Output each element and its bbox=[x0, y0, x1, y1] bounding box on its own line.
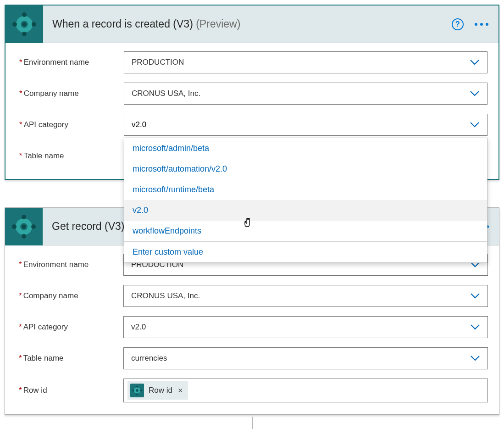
rowid-label: Row id bbox=[19, 386, 123, 395]
env-label: Environment name bbox=[19, 58, 124, 67]
chevron-down-icon bbox=[470, 59, 480, 66]
svg-point-17 bbox=[140, 390, 142, 391]
svg-point-7 bbox=[22, 224, 26, 229]
api-value: v2.0 bbox=[131, 323, 146, 332]
flow-connector-line bbox=[252, 417, 253, 429]
table-select[interactable]: currencies bbox=[123, 347, 488, 369]
env-value: PRODUCTION bbox=[132, 58, 184, 67]
company-value: CRONUS USA, Inc. bbox=[131, 291, 200, 301]
dropdown-option[interactable]: v2.0 bbox=[124, 200, 487, 221]
help-icon[interactable]: ? bbox=[452, 18, 464, 30]
chevron-down-icon bbox=[470, 90, 480, 97]
svg-point-16 bbox=[133, 390, 134, 391]
table-label: Table name bbox=[19, 151, 124, 161]
svg-point-13 bbox=[136, 390, 138, 391]
dynamic-token[interactable]: Row id × bbox=[127, 381, 188, 400]
trigger-preview-tag: (Preview) bbox=[196, 18, 240, 30]
chevron-down-icon bbox=[470, 122, 480, 128]
connector-icon bbox=[5, 208, 43, 245]
company-label: Company name bbox=[19, 291, 123, 301]
env-label: Environment name bbox=[19, 260, 123, 269]
api-label: API category bbox=[19, 323, 123, 332]
dropdown-option[interactable]: workflowEndpoints bbox=[124, 221, 487, 241]
chevron-down-icon bbox=[470, 355, 480, 362]
env-select[interactable]: PRODUCTION bbox=[124, 51, 487, 73]
connector-icon bbox=[6, 6, 43, 43]
svg-point-9 bbox=[22, 234, 26, 239]
svg-point-8 bbox=[22, 215, 26, 219]
trigger-title: When a record is created (V3) (Preview) bbox=[52, 18, 443, 30]
action-body: Environment name PRODUCTION Company name… bbox=[5, 245, 499, 414]
svg-point-2 bbox=[22, 12, 27, 17]
api-select[interactable]: v2.0 bbox=[123, 316, 488, 338]
token-label: Row id bbox=[149, 386, 172, 395]
svg-point-3 bbox=[22, 32, 27, 36]
svg-point-14 bbox=[136, 386, 138, 388]
svg-point-1 bbox=[22, 22, 27, 27]
trigger-title-text: When a record is created (V3) bbox=[52, 18, 193, 30]
svg-point-4 bbox=[12, 22, 17, 27]
svg-point-11 bbox=[31, 224, 36, 229]
api-category-select[interactable] bbox=[124, 114, 487, 136]
api-category-input[interactable] bbox=[132, 120, 470, 129]
dropdown-option[interactable]: microsoft/runtime/beta bbox=[124, 179, 487, 200]
dropdown-option[interactable]: microsoft/admin/beta bbox=[124, 138, 487, 159]
company-select[interactable]: CRONUS USA, Inc. bbox=[124, 83, 487, 105]
svg-point-15 bbox=[136, 393, 138, 395]
trigger-body: Environment name PRODUCTION Company name… bbox=[6, 43, 498, 179]
token-remove-icon[interactable]: × bbox=[178, 386, 183, 396]
svg-point-5 bbox=[32, 22, 36, 27]
company-value: CRONUS USA, Inc. bbox=[132, 89, 200, 98]
rowid-field[interactable]: Row id × bbox=[123, 379, 488, 402]
table-label: Table name bbox=[19, 354, 123, 363]
api-category-dropdown: microsoft/admin/beta microsoft/automatio… bbox=[124, 138, 487, 263]
token-connector-icon bbox=[130, 384, 144, 397]
dropdown-option[interactable]: microsoft/automation/v2.0 bbox=[124, 159, 487, 179]
api-label: API category bbox=[19, 120, 124, 129]
dropdown-custom-value[interactable]: Enter custom value bbox=[124, 242, 487, 262]
chevron-down-icon bbox=[470, 293, 480, 299]
more-menu-button[interactable] bbox=[473, 20, 490, 28]
svg-point-10 bbox=[12, 224, 17, 229]
action-title-text: Get record (V3) bbox=[52, 220, 125, 232]
trigger-header: When a record is created (V3) (Preview) … bbox=[6, 6, 498, 43]
company-label: Company name bbox=[19, 89, 124, 98]
table-value: currencies bbox=[131, 354, 167, 363]
trigger-card: When a record is created (V3) (Preview) … bbox=[5, 5, 499, 180]
company-select[interactable]: CRONUS USA, Inc. bbox=[123, 285, 488, 307]
chevron-down-icon bbox=[470, 324, 480, 330]
